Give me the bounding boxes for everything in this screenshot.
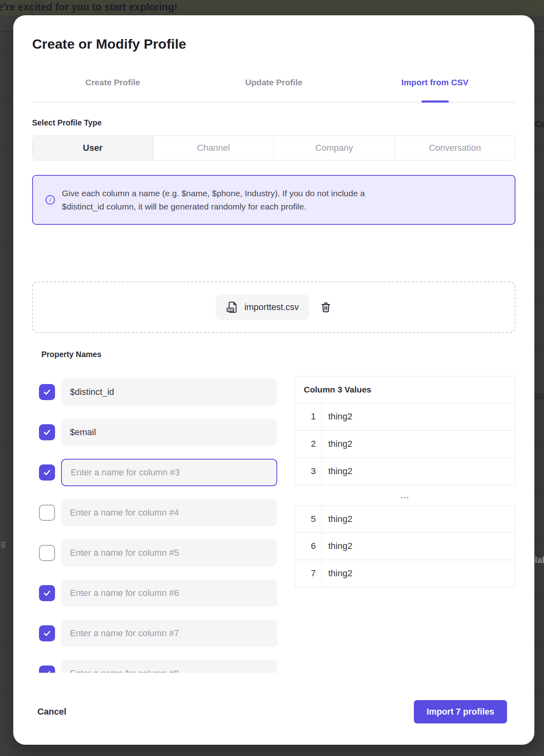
column-1-checkbox[interactable] [39,384,55,400]
trash-icon [320,301,332,313]
check-icon [43,669,51,673]
table-row: 3 thing2 [294,458,515,485]
row-value: thing2 [322,560,352,587]
property-row [39,620,280,647]
svg-text:i: i [49,196,51,203]
property-names-label: Property Names [41,350,102,359]
column-3-name-input[interactable] [61,459,277,486]
row-value: thing2 [322,533,352,560]
row-value: thing2 [322,431,352,458]
tab-create-profile[interactable]: Create Profile [32,72,193,92]
uploaded-file-chip[interactable]: CSV importtest.csv [216,294,309,320]
check-icon [43,428,51,437]
row-index: 6 [295,533,322,560]
tab-import-from-csv[interactable]: Import from CSV [354,72,515,92]
profile-type-channel[interactable]: Channel [153,136,274,160]
profile-type-conversation[interactable]: Conversation [395,136,515,160]
csv-file-icon: CSV [226,301,239,314]
row-index: 1 [295,403,322,430]
background-text-fragment: Col [535,119,544,129]
column-3-checkbox[interactable] [39,464,55,481]
column-5-name-input[interactable] [61,539,277,567]
property-row [39,378,280,406]
property-row [39,660,280,673]
table-row: 6 thing2 [294,533,515,560]
property-row [39,499,280,526]
background-banner: e're excited for you to start exploring! [0,0,544,15]
column-4-name-input[interactable] [61,499,277,526]
check-icon [43,629,51,638]
property-row [39,539,280,567]
column-6-name-input[interactable] [61,579,277,607]
dialog-title: Create or Modify Profile [32,36,186,52]
column-2-checkbox[interactable] [39,424,55,440]
column-7-name-input[interactable] [61,620,277,647]
property-names-list [39,378,280,673]
preview-table-header: Column 3 Values [294,376,515,403]
remove-file-button[interactable] [320,301,332,313]
active-tab-underline [421,101,449,103]
row-value: thing2 [322,458,352,485]
tab-update-profile[interactable]: Update Profile [193,72,354,92]
background-banner-text: e're excited for you to start exploring! [0,1,178,13]
csv-upload-dropzone[interactable]: CSV importtest.csv [32,281,515,333]
rows-ellipsis: ... [294,487,515,503]
row-index: 7 [295,560,322,587]
check-icon [43,468,51,477]
property-row [39,419,280,446]
row-index: 2 [295,431,322,458]
profile-type-company[interactable]: Company [274,136,395,160]
column-2-name-input[interactable] [61,419,277,446]
create-or-modify-profile-dialog: Create or Modify Profile Create Profile … [13,15,534,745]
column-6-checkbox[interactable] [39,585,55,601]
row-value: thing2 [322,403,352,430]
row-index: 5 [295,506,322,532]
row-index: 3 [295,458,322,485]
dimmed-background: e're excited for you to start exploring!… [0,0,544,756]
column-7-checkbox[interactable] [39,625,55,641]
svg-text:CSV: CSV [228,308,234,312]
info-banner-text: Give each column a name (e.g. $name, $ph… [62,187,407,213]
check-icon [43,589,51,598]
dialog-tabs: Create Profile Update Profile Import fro… [32,72,515,92]
select-profile-type-label: Select Profile Type [32,118,102,127]
property-row [39,459,280,486]
column-8-checkbox[interactable] [39,666,55,673]
column-4-checkbox[interactable] [39,505,55,521]
table-row: 5 thing2 [294,505,515,533]
uploaded-file-name: importtest.csv [244,302,299,312]
table-row: 2 thing2 [294,431,515,458]
table-row: 1 thing2 [294,403,515,431]
profile-type-user[interactable]: User [33,136,153,160]
info-icon: i [45,195,55,205]
row-value: thing2 [322,506,352,532]
column-values-preview: Column 3 Values 1 thing2 2 thing2 3 thin… [294,376,515,588]
property-row [39,579,280,607]
background-text-fragment: g [1,539,5,548]
table-row: 7 thing2 [294,560,515,588]
profile-type-segmented-control: User Channel Company Conversation [32,136,515,160]
background-text-fragment: ata [535,391,544,401]
column-5-checkbox[interactable] [39,545,55,561]
info-banner: i Give each column a name (e.g. $name, $… [32,175,515,225]
column-8-name-input[interactable] [61,660,277,673]
import-profiles-button[interactable]: Import 7 profiles [414,700,507,723]
column-1-name-input[interactable] [61,378,277,406]
check-icon [43,388,51,396]
background-text-fragment: lab [535,555,544,565]
cancel-button[interactable]: Cancel [37,704,66,720]
